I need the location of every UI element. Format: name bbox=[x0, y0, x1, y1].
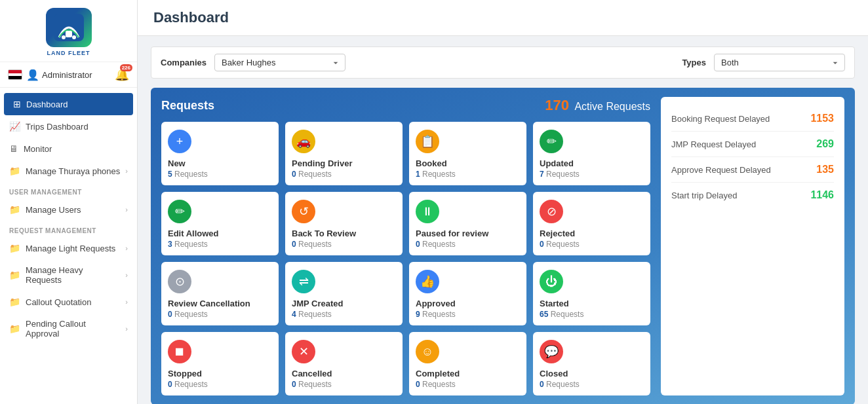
active-count: 170 bbox=[545, 97, 569, 113]
request-card-edit-allowed[interactable]: ✏ Edit Allowed 3 Requests bbox=[161, 192, 279, 255]
row4-2-count: 0 Requests bbox=[292, 380, 396, 389]
request-card-row4-2[interactable]: ✕ Cancelled 0 Requests bbox=[285, 332, 403, 395]
delayed-row-booking-delayed: Booking Request Delayed 1153 bbox=[671, 106, 834, 132]
companies-label: Companies bbox=[161, 58, 207, 67]
back-to-review-count: 0 Requests bbox=[292, 240, 396, 249]
edit-allowed-icon: ✏ bbox=[168, 200, 191, 223]
logo-image bbox=[46, 8, 92, 47]
types-select[interactable]: Both bbox=[714, 54, 845, 71]
bell-wrapper[interactable]: 🔔 226 bbox=[115, 67, 129, 82]
section-user-mgmt: USER MANAGEMENT bbox=[0, 182, 137, 198]
rejected-title: Rejected bbox=[540, 229, 644, 238]
request-card-approved[interactable]: 👍 Approved 9 Requests bbox=[409, 262, 526, 325]
row4-2-title: Cancelled bbox=[292, 369, 396, 378]
request-card-back-to-review[interactable]: ↺ Back To Review 0 Requests bbox=[285, 192, 403, 255]
paused-review-title: Paused for review bbox=[416, 229, 520, 238]
start-trip-delayed-value: 1146 bbox=[810, 189, 834, 201]
types-label: Types bbox=[682, 58, 706, 67]
user-info: 👤 Administrator bbox=[26, 69, 92, 81]
notification-badge: 226 bbox=[120, 64, 132, 71]
review-cancellation-count: 0 Requests bbox=[168, 310, 272, 319]
sidebar-item-label: Dashboard bbox=[26, 100, 68, 109]
section-request-mgmt: REQUEST MANAGEMENT bbox=[0, 221, 137, 237]
svg-point-3 bbox=[72, 35, 76, 39]
chevron-right-icon: › bbox=[125, 271, 128, 279]
updated-count: 7 Requests bbox=[540, 170, 644, 179]
request-card-row4-4[interactable]: 💬 Closed 0 Requests bbox=[533, 332, 650, 395]
sidebar-item-manage-light[interactable]: 📁 Manage Light Requests › bbox=[0, 237, 137, 259]
pending-driver-icon: 🚗 bbox=[292, 130, 315, 153]
request-card-new[interactable]: + New 5 Requests bbox=[161, 122, 279, 185]
new-title: New bbox=[168, 158, 272, 168]
approved-count: 9 Requests bbox=[416, 310, 520, 319]
request-card-paused-review[interactable]: ⏸ Paused for review 0 Requests bbox=[409, 192, 526, 255]
active-requests-label: Active Requests bbox=[574, 101, 650, 112]
jmp-created-title: JMP Created bbox=[292, 299, 396, 308]
requests-grid: + New 5 Requests 🚗 Pending Driver 0 Requ… bbox=[161, 122, 650, 395]
request-card-jmp-created[interactable]: ⇌ JMP Created 4 Requests bbox=[285, 262, 403, 325]
sidebar-item-thuraya[interactable]: 📁 Manage Thuraya phones › bbox=[0, 160, 137, 182]
sidebar-item-trips-dashboard[interactable]: 📈 Trips Dashboard bbox=[0, 115, 137, 138]
approved-icon: 👍 bbox=[416, 270, 439, 293]
jmp-delayed-value: 269 bbox=[816, 138, 834, 150]
approve-delayed-value: 135 bbox=[816, 164, 834, 175]
delayed-row-start-trip-delayed: Start trip Delayed 1146 bbox=[671, 183, 834, 208]
chevron-right-icon: › bbox=[125, 167, 128, 175]
booking-delayed-label: Booking Request Delayed bbox=[671, 114, 770, 124]
back-to-review-icon: ↺ bbox=[292, 200, 315, 223]
started-count: 65 Requests bbox=[540, 310, 644, 319]
monitor-icon: 🖥 bbox=[9, 143, 18, 154]
folder-icon: 📁 bbox=[9, 270, 20, 280]
paused-review-count: 0 Requests bbox=[416, 240, 520, 249]
request-card-review-cancellation[interactable]: ⊙ Review Cancellation 0 Requests bbox=[161, 262, 279, 325]
request-card-row4-1[interactable]: ⏹ Stopped 0 Requests bbox=[161, 332, 279, 395]
new-count: 5 Requests bbox=[168, 170, 272, 179]
row4-4-count: 0 Requests bbox=[540, 380, 644, 389]
row4-1-count: 0 Requests bbox=[168, 380, 272, 389]
sidebar-item-pending-callout[interactable]: 📁 Pending Callout Approval › bbox=[0, 313, 137, 344]
started-icon: ⏻ bbox=[540, 270, 563, 293]
request-card-booked[interactable]: 📋 Booked 1 Requests bbox=[409, 122, 526, 185]
request-card-rejected[interactable]: ⊘ Rejected 0 Requests bbox=[533, 192, 650, 255]
booked-title: Booked bbox=[416, 158, 520, 168]
user-avatar-icon: 👤 bbox=[26, 69, 39, 81]
row4-1-icon: ⏹ bbox=[168, 340, 191, 363]
updated-title: Updated bbox=[540, 158, 644, 168]
row4-1-title: Stopped bbox=[168, 369, 272, 378]
request-card-updated[interactable]: ✏ Updated 7 Requests bbox=[533, 122, 650, 185]
jmp-created-icon: ⇌ bbox=[292, 270, 315, 293]
booked-icon: 📋 bbox=[416, 130, 439, 153]
sidebar-item-label: Manage Users bbox=[26, 205, 81, 215]
main-content: Dashboard Companies Baker Hughes Types B… bbox=[138, 0, 868, 404]
booking-delayed-value: 1153 bbox=[810, 113, 834, 124]
row4-3-title: Completed bbox=[416, 369, 520, 378]
request-card-row4-3[interactable]: ☺ Completed 0 Requests bbox=[409, 332, 526, 395]
row4-2-icon: ✕ bbox=[292, 340, 315, 363]
started-title: Started bbox=[540, 299, 644, 308]
request-card-started[interactable]: ⏻ Started 65 Requests bbox=[533, 262, 650, 325]
booked-count: 1 Requests bbox=[416, 170, 520, 179]
sidebar-item-manage-heavy[interactable]: 📁 Manage Heavy Requests › bbox=[0, 259, 137, 291]
svg-point-2 bbox=[62, 35, 66, 39]
folder-icon: 📁 bbox=[9, 166, 20, 176]
sidebar-item-label: Callout Quotation bbox=[26, 297, 91, 307]
approve-delayed-label: Approve Request Delayed bbox=[671, 165, 771, 175]
delayed-row-approve-delayed: Approve Request Delayed 135 bbox=[671, 157, 834, 183]
folder-icon: 📁 bbox=[9, 323, 20, 334]
paused-review-icon: ⏸ bbox=[416, 200, 439, 223]
chart-icon: 📈 bbox=[9, 121, 20, 132]
delayed-row-jmp-delayed: JMP Request Delayed 269 bbox=[671, 132, 834, 157]
user-name: Administrator bbox=[42, 70, 92, 80]
sidebar-item-dashboard[interactable]: ⊞ Dashboard bbox=[4, 93, 133, 115]
row4-3-count: 0 Requests bbox=[416, 380, 520, 389]
main-body: Companies Baker Hughes Types Both Reques… bbox=[138, 36, 868, 404]
dashboard-icon: ⊞ bbox=[13, 99, 21, 109]
requests-panel: Requests 170 Active Requests + New 5 Req… bbox=[151, 88, 855, 404]
sidebar-item-manage-users[interactable]: 📁 Manage Users › bbox=[0, 198, 137, 221]
sidebar-item-monitor[interactable]: 🖥 Monitor bbox=[0, 138, 137, 160]
start-trip-delayed-label: Start trip Delayed bbox=[671, 191, 737, 200]
companies-select[interactable]: Baker Hughes bbox=[214, 54, 345, 71]
request-card-pending-driver[interactable]: 🚗 Pending Driver 0 Requests bbox=[285, 122, 403, 185]
row4-3-icon: ☺ bbox=[416, 340, 439, 363]
sidebar-item-callout-quotation[interactable]: 📁 Callout Quotation › bbox=[0, 291, 137, 313]
